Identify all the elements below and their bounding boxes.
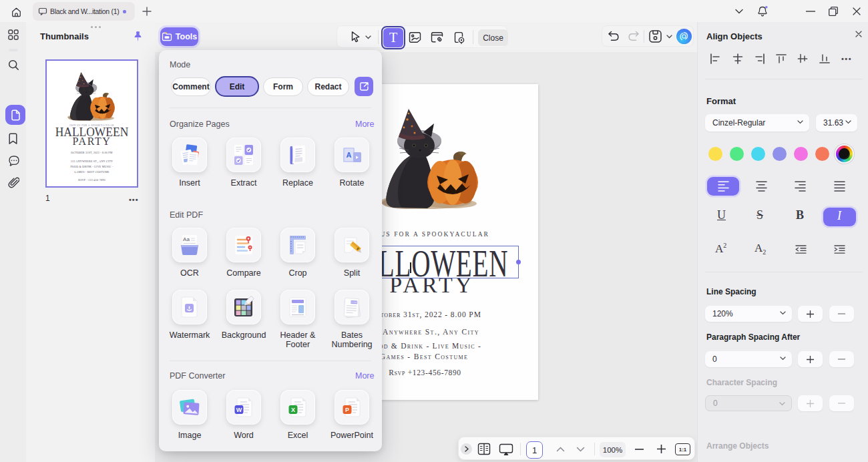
svg-text:Aa: Aa bbox=[183, 236, 190, 242]
svg-text:W: W bbox=[236, 407, 242, 413]
svg-text:A: A bbox=[347, 151, 352, 159]
svg-text:P: P bbox=[345, 407, 349, 413]
svg-text:12345: 12345 bbox=[351, 300, 359, 304]
svg-text:X: X bbox=[291, 407, 295, 413]
